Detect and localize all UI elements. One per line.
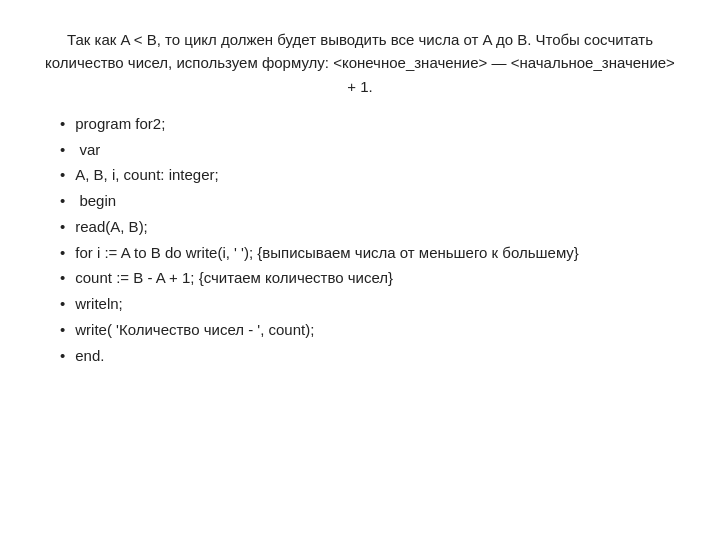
code-line-1: program for2; xyxy=(75,112,165,137)
bullet-icon: • xyxy=(60,112,65,137)
code-line-7: count := B - A + 1; {считаем количество … xyxy=(75,266,393,291)
list-item: • read(A, B); xyxy=(60,215,680,240)
list-item: • var xyxy=(60,138,680,163)
bullet-icon: • xyxy=(60,215,65,240)
code-line-2: var xyxy=(75,138,100,163)
bullet-icon: • xyxy=(60,344,65,369)
list-item: • begin xyxy=(60,189,680,214)
list-item: • A, B, i, count: integer; xyxy=(60,163,680,188)
code-line-10: end. xyxy=(75,344,104,369)
bullet-icon: • xyxy=(60,292,65,317)
code-line-4: begin xyxy=(75,189,116,214)
code-line-9: write( 'Количество чисел - ', count); xyxy=(75,318,314,343)
list-item: • count := B - A + 1; {считаем количеств… xyxy=(60,266,680,291)
bullet-icon: • xyxy=(60,163,65,188)
intro-paragraph: Так как A < B, то цикл должен будет выво… xyxy=(40,28,680,98)
intro-text: Так как A < B, то цикл должен будет выво… xyxy=(45,31,675,95)
code-line-8: writeln; xyxy=(75,292,123,317)
bullet-icon: • xyxy=(60,266,65,291)
list-item: • end. xyxy=(60,344,680,369)
code-line-3: A, B, i, count: integer; xyxy=(75,163,218,188)
code-line-6: for i := A to B do write(i, ' '); {выпис… xyxy=(75,241,579,266)
bullet-icon: • xyxy=(60,318,65,343)
list-item: • write( 'Количество чисел - ', count); xyxy=(60,318,680,343)
bullet-icon: • xyxy=(60,138,65,163)
bullet-icon: • xyxy=(60,189,65,214)
list-item: • program for2; xyxy=(60,112,680,137)
list-item: • writeln; xyxy=(60,292,680,317)
list-item: • for i := A to B do write(i, ' '); {вып… xyxy=(60,241,680,266)
code-line-5: read(A, B); xyxy=(75,215,148,240)
code-list: • program for2; • var • A, B, i, count: … xyxy=(40,112,680,369)
bullet-icon: • xyxy=(60,241,65,266)
